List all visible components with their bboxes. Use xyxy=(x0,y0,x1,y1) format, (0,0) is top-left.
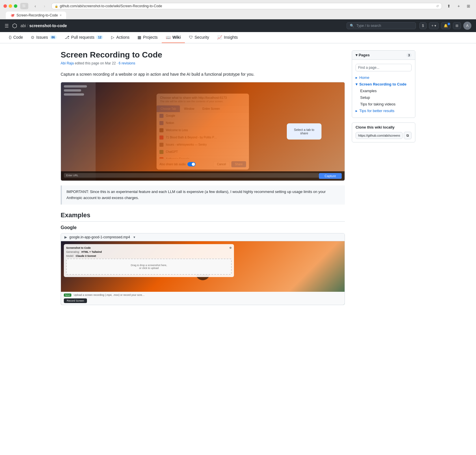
breadcrumb-user[interactable]: abi xyxy=(21,23,26,28)
profile-menu-button[interactable]: ⊞ xyxy=(453,22,461,29)
important-text: IMPORTANT: Since this is an experimental… xyxy=(66,190,326,200)
nav-actions[interactable]: ▷ Actions xyxy=(107,32,133,43)
address-bar[interactable]: 🔒 github.com/abi/screenshot-to-code/wiki… xyxy=(51,3,442,9)
video-thumbnail[interactable]: Screenshot to Code ⚙ Generating: HTML + … xyxy=(61,241,345,305)
screen-recording-label: Screen Recording to Code xyxy=(359,82,406,86)
clone-url-row: ⧉ xyxy=(352,132,415,142)
new-button[interactable]: + ▾ xyxy=(429,22,439,29)
copy-url-button[interactable]: ⧉ xyxy=(404,132,412,139)
github-logo[interactable]: ⬡ xyxy=(12,22,17,29)
wiki-author[interactable]: Abi Raja xyxy=(61,61,74,65)
clone-url-input[interactable] xyxy=(356,132,403,139)
wiki-action: edited this page on xyxy=(75,61,105,65)
nav-wiki[interactable]: 📖 Wiki xyxy=(162,32,185,43)
tips-better-chevron-icon: ▸ xyxy=(356,109,358,113)
breadcrumb-repo[interactable]: screenshot-to-code xyxy=(29,23,67,28)
video-file-icon: ▶ xyxy=(64,235,67,239)
browser-right-controls: ⬆ + ⊞ xyxy=(445,3,473,9)
video-app-title: Screenshot to Code xyxy=(66,246,91,249)
sidebar-item-home[interactable]: ▸ Home xyxy=(352,74,415,81)
sidebar-item-tips-better[interactable]: ▸ Tips for better results xyxy=(352,107,415,114)
fullscreen-button[interactable] xyxy=(14,4,17,8)
browser-titlebar: ⬜ ‹ › 🔒 github.com/abi/screenshot-to-cod… xyxy=(3,3,473,9)
share-button[interactable]: ⬆ xyxy=(445,3,453,9)
model-label: Model: xyxy=(66,255,74,257)
pr-badge: 12 xyxy=(96,35,103,39)
tab-title: Screen-Recording-to-Code xyxy=(16,13,58,17)
record-text: Upload a screen recording (.mp4, .mov) o… xyxy=(74,294,146,296)
nav-security[interactable]: 🛡 Security xyxy=(185,32,213,43)
terminal-button[interactable]: $ xyxy=(419,22,427,29)
nav-projects[interactable]: ▦ Projects xyxy=(133,32,162,43)
nav-insights[interactable]: 📈 Insights xyxy=(213,32,242,43)
sidebar-search xyxy=(352,62,415,73)
browser-chrome: ⬜ ‹ › 🔒 github.com/abi/screenshot-to-cod… xyxy=(0,0,476,19)
forward-button[interactable]: › xyxy=(40,3,49,9)
nav-pull-requests[interactable]: ⎇ Pull requests 12 xyxy=(61,32,107,43)
capture-button[interactable]: Capture xyxy=(319,173,342,179)
sidebar-item-examples[interactable]: Examples xyxy=(352,88,415,94)
github-header: ☰ ⬡ abi / screenshot-to-code 🔍 Type / to… xyxy=(0,19,476,32)
upload-area[interactable]: Drag & drop a screenshot here, or click … xyxy=(66,259,232,275)
important-notice: IMPORTANT: Since this is an experimental… xyxy=(61,185,345,205)
sidebar-tree: ▸ Home ▾ Screen Recording to Code Exampl… xyxy=(352,73,415,115)
wiki-revisions[interactable]: 6 revisions xyxy=(119,61,135,65)
new-tab-button[interactable]: + xyxy=(455,3,463,9)
back-button[interactable]: ‹ xyxy=(31,3,39,9)
tab-close[interactable]: × xyxy=(60,13,62,17)
pages-box-header: ▾ Pages 3 xyxy=(352,51,415,60)
screenshot-container: Choose what to share with http://localho… xyxy=(61,82,345,181)
sidebar-toggle-button[interactable]: ⬜ xyxy=(20,3,28,9)
screen-recording-chevron-icon: ▾ xyxy=(356,82,358,86)
video-header: ▶ google.in-app-good-1-compressed.mp4 ▾ xyxy=(61,233,345,241)
nav-issues[interactable]: ⊙ Issues 86 xyxy=(27,32,61,43)
sidebar-item-setup[interactable]: Setup xyxy=(352,94,415,101)
new-badge: New! xyxy=(64,294,71,297)
more-button[interactable]: ⊞ xyxy=(464,3,473,9)
wiki-icon: 📖 xyxy=(166,35,171,40)
reload-icon[interactable]: ↺ xyxy=(436,4,439,8)
mock-line-3 xyxy=(64,93,84,96)
minimize-button[interactable] xyxy=(9,4,12,8)
projects-icon: ▦ xyxy=(137,35,141,40)
wiki-meta: Abi Raja edited this page on Mar 22 · 6 … xyxy=(61,61,345,65)
close-button[interactable] xyxy=(3,4,7,8)
video-chevron-icon[interactable]: ▾ xyxy=(133,235,135,239)
github-header-actions: $ + ▾ 🔔 ⊞ A xyxy=(419,22,471,30)
github-hamburger[interactable]: ☰ xyxy=(5,23,9,29)
notification-dot xyxy=(448,23,450,25)
record-screen-button[interactable]: Record Screen xyxy=(64,298,87,303)
insights-icon: 📈 xyxy=(217,35,222,40)
github-search[interactable]: 🔍 Type / to search xyxy=(347,22,416,29)
active-tab[interactable]: 🐙 Screen-Recording-to-Code × xyxy=(6,12,66,19)
traffic-lights xyxy=(3,4,17,8)
examples-label: Examples xyxy=(360,89,377,93)
sidebar-item-tips[interactable]: Tips for taking videos xyxy=(352,101,415,107)
setup-label: Setup xyxy=(360,95,370,100)
url-input[interactable]: Enter URL xyxy=(64,173,319,178)
screenshot-inner: Choose what to share with http://localho… xyxy=(61,82,345,181)
share-audio-toggle[interactable] xyxy=(187,162,196,166)
video-record-bar: New! Upload a screen recording (.mp4, .m… xyxy=(61,292,345,305)
sidebar-item-screen-recording[interactable]: ▾ Screen Recording to Code xyxy=(352,81,415,88)
tips-better-label: Tips for better results xyxy=(359,109,395,113)
video-overlay-model-row: Model: Claude 3 Sonnet xyxy=(66,255,232,257)
home-label: Home xyxy=(359,75,369,80)
window-controls: ⬜ xyxy=(20,3,28,9)
user-avatar[interactable]: A xyxy=(463,22,471,30)
nav-code[interactable]: ⟨⟩ Code xyxy=(5,32,27,43)
issues-badge: 86 xyxy=(50,35,57,39)
examples-heading: Examples xyxy=(61,211,345,222)
clone-box: Clone this wiki locally ⧉ xyxy=(352,122,415,142)
upload-text-2: or click to upload xyxy=(71,267,226,270)
model-value: Claude 3 Sonnet xyxy=(76,255,96,257)
main-content: Screen Recording to Code Abi Raja edited… xyxy=(61,50,345,309)
actions-icon: ▷ xyxy=(111,35,114,40)
find-page-input[interactable] xyxy=(356,64,412,71)
security-icon: 🛡 xyxy=(189,35,193,40)
sidebar: ▾ Pages 3 ▸ Home ▾ Screen Recording to xyxy=(352,50,415,309)
mock-line-1 xyxy=(64,85,87,88)
generating-value: HTML + Tailwind xyxy=(81,250,102,253)
browser-tabs: 🐙 Screen-Recording-to-Code × xyxy=(3,12,473,19)
capture-url-area: Enter URL xyxy=(64,173,319,179)
